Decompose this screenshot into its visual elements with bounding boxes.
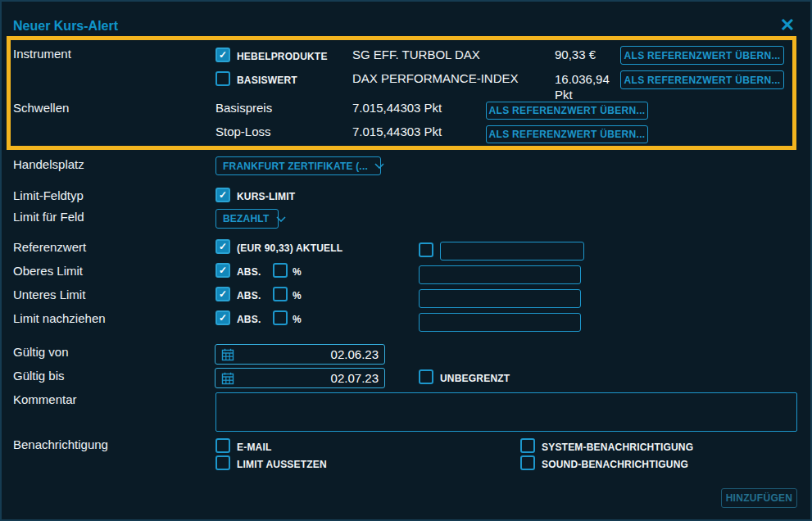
basiswert-price: 16.036,94 Pkt <box>555 71 622 102</box>
unteres-limit-percent-checkbox[interactable] <box>273 287 288 301</box>
als-referenzwert-button-3[interactable]: ALS REFERENZWERT ÜBERN... <box>486 102 648 120</box>
gueltig-von-date-input[interactable]: 02.06.23 <box>215 344 385 365</box>
limit-nachziehen-input[interactable] <box>419 313 581 332</box>
referenzwert-input[interactable] <box>440 242 584 260</box>
referenzwert-aktuell-checkbox[interactable]: ✓ <box>215 239 230 254</box>
hinzufuegen-button[interactable]: HINZUFÜGEN <box>721 488 797 508</box>
unbegrenzt-checkbox[interactable] <box>419 369 433 384</box>
limit-fuer-feld-selected-value: BEZAHLT <box>223 213 270 224</box>
handelsplatz-selected-value: FRANKFURT ZERTIFIKATE (... <box>223 161 368 172</box>
benachrichtigung-label: Benachrichtigung <box>13 437 108 451</box>
handelsplatz-label: Handelsplatz <box>13 157 84 171</box>
kurs-alert-dialog: Neuer Kurs-Alert ✕ Instrument ✓ HEBELPRO… <box>0 0 812 521</box>
system-benachrichtigung-checkbox[interactable] <box>520 438 535 453</box>
chevron-down-icon <box>374 163 384 169</box>
als-referenzwert-button-4[interactable]: ALS REFERENZWERT ÜBERN... <box>486 125 648 143</box>
hebelprodukte-checkbox[interactable]: ✓ <box>215 48 230 62</box>
check-icon: ✓ <box>219 190 227 200</box>
als-referenzwert-button-2[interactable]: ALS REFERENZWERT ÜBERN... <box>620 70 784 89</box>
schwellen-label: Schwellen <box>13 101 69 115</box>
oberes-limit-abs-checkbox[interactable]: ✓ <box>215 263 230 278</box>
referenzwert-aktuell-checkbox-label: (EUR 90,33) AKTUELL <box>237 242 342 254</box>
email-checkbox[interactable] <box>215 438 230 453</box>
check-icon: ✓ <box>219 50 227 60</box>
kurs-limit-checkbox-label: KURS-LIMIT <box>237 191 295 202</box>
limit-nachziehen-percent-checkbox[interactable] <box>273 310 288 325</box>
handelsplatz-select[interactable]: FRANKFURT ZERTIFIKATE (... <box>215 156 381 175</box>
basiswert-checkbox[interactable] <box>215 71 230 86</box>
check-icon: ✓ <box>219 313 227 323</box>
unbegrenzt-checkbox-label: UNBEGRENZT <box>440 373 510 384</box>
check-icon: ✓ <box>219 242 227 251</box>
kommentar-textarea[interactable] <box>215 392 797 432</box>
limit-nachziehen-abs-checkbox[interactable]: ✓ <box>215 310 230 325</box>
hebelprodukte-checkbox-label: HEBELPRODUKTE <box>237 51 328 62</box>
dialog-title: Neuer Kurs-Alert <box>13 19 118 34</box>
limit-nachziehen-label: Limit nachziehen <box>13 311 106 325</box>
als-referenzwert-button-1[interactable]: ALS REFERENZWERT ÜBERN... <box>620 46 784 65</box>
sound-benachrichtigung-checkbox[interactable] <box>520 455 535 470</box>
calendar-icon <box>221 348 234 361</box>
oberes-limit-abs-label: ABS. <box>237 266 261 278</box>
calendar-icon <box>221 372 234 385</box>
chevron-down-icon <box>276 216 286 222</box>
limit-nachziehen-percent-label: % <box>293 314 302 325</box>
unteres-limit-input[interactable] <box>419 289 581 308</box>
gueltig-von-label: Gültig von <box>13 345 69 359</box>
basispreis-label: Basispreis <box>215 101 272 115</box>
oberes-limit-input[interactable] <box>419 265 581 284</box>
oberes-limit-percent-checkbox[interactable] <box>273 263 288 278</box>
gueltig-bis-label: Gültig bis <box>13 369 65 383</box>
unteres-limit-abs-checkbox[interactable]: ✓ <box>215 287 230 301</box>
check-icon: ✓ <box>219 265 227 275</box>
gueltig-von-value: 02.06.23 <box>331 347 379 361</box>
unteres-limit-percent-label: % <box>293 290 302 301</box>
check-icon: ✓ <box>219 289 227 299</box>
basiswert-name: DAX PERFORMANCE-INDEX <box>352 71 519 85</box>
sound-benachrichtigung-checkbox-label: SOUND-BENACHRICHTIGUNG <box>542 459 688 470</box>
oberes-limit-percent-label: % <box>293 266 302 278</box>
limit-fuer-feld-select[interactable]: BEZAHLT <box>215 209 279 229</box>
instrument-price: 90,33 € <box>555 48 596 61</box>
gueltig-bis-date-input[interactable]: 02.07.23 <box>215 368 385 388</box>
basispreis-value: 7.015,44303 Pkt <box>352 101 442 115</box>
referenzwert-custom-checkbox[interactable] <box>419 242 433 257</box>
stop-loss-value: 7.015,44303 Pkt <box>352 125 442 138</box>
limit-aussetzen-checkbox-label: LIMIT AUSSETZEN <box>237 459 327 470</box>
unteres-limit-abs-label: ABS. <box>237 290 261 301</box>
referenzwert-label: Referenzwert <box>13 240 86 254</box>
oberes-limit-label: Oberes Limit <box>13 264 83 278</box>
stop-loss-label: Stop-Loss <box>215 125 271 138</box>
instrument-label: Instrument <box>13 47 71 61</box>
limit-nachziehen-abs-label: ABS. <box>237 314 261 325</box>
kurs-limit-checkbox[interactable]: ✓ <box>215 188 230 202</box>
kommentar-label: Kommentar <box>13 392 77 406</box>
close-icon[interactable]: ✕ <box>777 15 798 36</box>
instrument-name: SG EFF. TURBOL DAX <box>352 48 480 61</box>
basiswert-checkbox-label: BASISWERT <box>237 75 297 86</box>
limit-fuer-feld-label: Limit für Feld <box>13 210 84 224</box>
system-benachrichtigung-checkbox-label: SYSTEM-BENACHRICHTIGUNG <box>542 442 693 453</box>
email-checkbox-label: E-MAIL <box>237 442 272 453</box>
limit-aussetzen-checkbox[interactable] <box>215 455 230 470</box>
limit-feldtyp-label: Limit-Feldtyp <box>13 188 84 202</box>
unteres-limit-label: Unteres Limit <box>13 288 85 301</box>
gueltig-bis-value: 02.07.23 <box>331 371 379 385</box>
